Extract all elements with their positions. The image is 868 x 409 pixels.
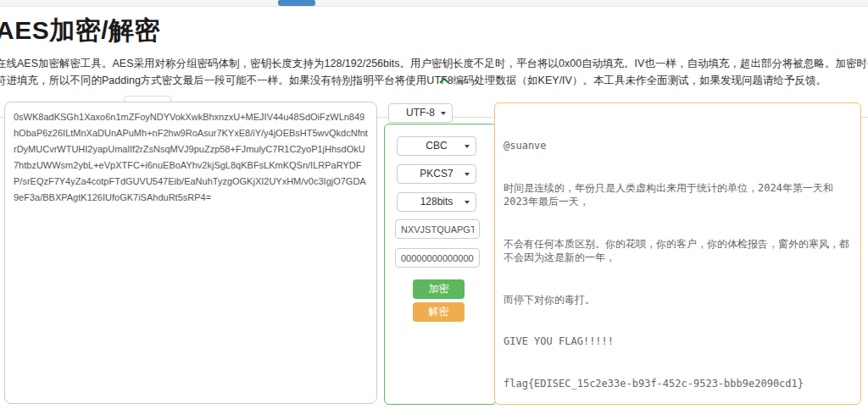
chevron-down-icon [441, 112, 446, 115]
result-line: 时间是连续的，年份只是人类虚构出来用于统计的单位，2024年第一天和2023年最… [504, 181, 852, 209]
aes-tool-page: AES加密/解密 在线AES加密解密工具。AES采用对称分组密码体制，密钥长度支… [0, 0, 868, 409]
mode-select-value: CBC [426, 140, 447, 152]
keylength-select[interactable]: 128bits [397, 192, 476, 212]
browser-top-strip [0, 0, 868, 7]
iv-input[interactable] [395, 248, 480, 268]
padding-select[interactable]: PKCS7 [397, 164, 476, 184]
padding-select-value: PKCS7 [420, 168, 453, 180]
browser-tab-indicator[interactable] [278, 0, 315, 6]
options-panel: CBC PKCS7 128bits 加密 解密 [384, 124, 497, 405]
result-textarea[interactable]: @suanve 时间是连续的，年份只是人类虚构出来用于统计的单位，2024年第一… [494, 102, 861, 405]
chevron-down-icon [465, 173, 470, 176]
tool-description-line2: 符进填充，所以不同的Padding方式密文最后一段可能不一样。如果没有特别指明平… [0, 72, 868, 89]
keylength-select-value: 128bits [420, 196, 453, 207]
chevron-down-icon [465, 201, 470, 204]
chevron-up-icon [439, 77, 448, 86]
page-title: AES加密/解密 [0, 14, 868, 48]
tool-description-line1: 在线AES加密解密工具。AES采用对称分组密码体制，密钥长度支持为128/192… [0, 55, 868, 72]
collapse-toggle[interactable] [439, 76, 451, 86]
decrypt-button[interactable]: 解密 [413, 302, 465, 322]
chevron-down-icon [465, 145, 470, 148]
encrypt-button[interactable]: 加密 [413, 279, 465, 299]
result-line-flag: flag{EDISEC_15c2e33e-b93f-452c-9523-bbb9… [504, 377, 852, 391]
result-line-give-you-flag: GIVE YOU FLAG!!!!! [504, 334, 852, 349]
mode-select[interactable]: CBC [397, 136, 476, 156]
ciphertext-textarea[interactable]: 0sWK8adKSGh1Xaxo6n1mZFoyNDYVokXwkBhxnzxU… [4, 102, 377, 404]
result-line: 不会有任何本质区别。你的花呗，你的客户，你的体检报告，窗外的寒风，都不会因为这是… [504, 237, 852, 265]
charset-select-value: UTF-8 [406, 107, 435, 119]
result-line: 而停下对你的毒打。 [504, 293, 852, 307]
charset-select[interactable]: UTF-8 [388, 103, 453, 123]
key-input[interactable] [395, 219, 480, 239]
result-line-signature: @suanve [504, 139, 852, 153]
